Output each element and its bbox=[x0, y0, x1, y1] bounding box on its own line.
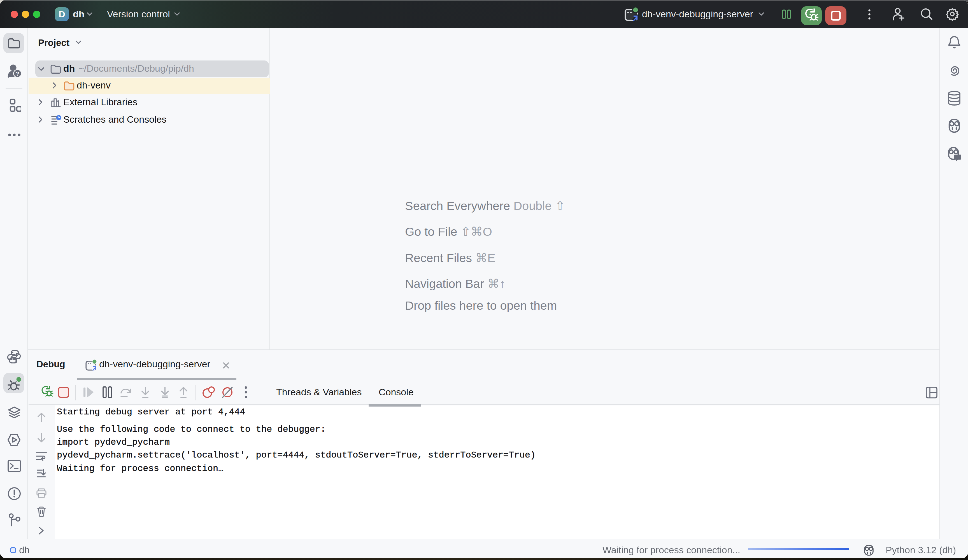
svg-text:?: ? bbox=[16, 70, 19, 77]
